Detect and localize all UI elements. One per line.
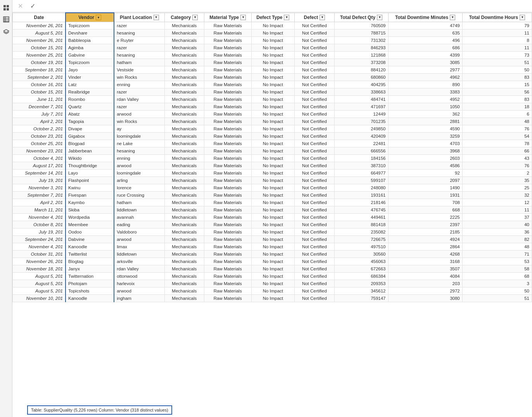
table-cell: No Impact xyxy=(251,29,295,37)
grid-icon[interactable] xyxy=(2,3,11,12)
svg-rect-3 xyxy=(7,8,9,10)
table-cell: 54 xyxy=(462,133,532,140)
table-cell: Twitternation xyxy=(66,273,114,280)
table-cell: No Impact xyxy=(251,206,295,214)
table-row: October 15, 201AgimbarazerMechanicalsRaw… xyxy=(13,44,532,52)
table-cell: April 2, 201 xyxy=(13,199,66,206)
table-cell: 40 xyxy=(462,221,532,228)
table-cell: 73 xyxy=(462,52,532,59)
table-cell: Mechanicals xyxy=(164,103,204,111)
table-cell: November 25, 201 xyxy=(13,52,66,59)
table-cell: Mechanicals xyxy=(164,295,204,302)
table-cell: 3383 xyxy=(388,88,462,96)
table-cell: liddletown xyxy=(114,251,164,258)
table-cell: October 15, 201 xyxy=(13,88,66,96)
table-cell: limax xyxy=(114,243,164,251)
table-cell: Babbleopia xyxy=(66,37,114,44)
table-cell: Not Certified xyxy=(295,236,334,243)
table-cell: 56 xyxy=(462,88,532,96)
layers-icon[interactable] xyxy=(2,26,11,36)
table-cell: razer xyxy=(114,22,164,29)
header-defect: Defect ▼ xyxy=(295,13,334,22)
table-cell: 3507 xyxy=(388,265,462,273)
defect-filter-arrow[interactable]: ▼ xyxy=(320,15,325,20)
table-cell: No Impact xyxy=(251,81,295,88)
table-cell: No Impact xyxy=(251,155,295,162)
table-icon[interactable] xyxy=(2,15,11,24)
qty-filter-arrow[interactable]: ▼ xyxy=(377,15,382,20)
table-cell: No Impact xyxy=(251,103,295,111)
table-cell: Topicshots xyxy=(66,287,114,295)
table-cell: 456063 xyxy=(334,258,388,265)
table-cell: 686384 xyxy=(334,273,388,280)
vendor-filter-arrow[interactable]: ▼ xyxy=(96,15,101,20)
table-cell: 83 xyxy=(462,96,532,103)
defect-type-filter-arrow[interactable]: ▼ xyxy=(284,15,289,20)
table-cell: 476745 xyxy=(334,206,388,214)
table-cell: Devshare xyxy=(66,29,114,37)
table-cell: Not Certified xyxy=(295,37,334,44)
table-cell: October 25, 201 xyxy=(13,140,66,147)
table-cell: Mechanicals xyxy=(164,162,204,170)
table-wrapper[interactable]: Date Vendor ▼ Plant Location xyxy=(12,12,532,404)
table-cell: ay xyxy=(114,125,164,133)
table-cell: 2977 xyxy=(388,66,462,74)
table-row: November 26, 201TopiczoomrazerMechanical… xyxy=(13,22,532,29)
location-filter-arrow[interactable]: ▼ xyxy=(154,15,159,20)
table-cell: Valdoboro xyxy=(114,228,164,236)
material-filter-arrow[interactable]: ▼ xyxy=(240,15,246,20)
table-cell: Not Certified xyxy=(295,44,334,52)
table-cell: 4084 xyxy=(388,273,462,280)
check-button[interactable]: ✓ xyxy=(28,2,37,11)
table-cell: 2185 xyxy=(388,228,462,236)
table-cell: 35 xyxy=(462,177,532,184)
header-date: Date xyxy=(13,13,66,22)
downtime-hr-filter-arrow[interactable]: ▼ xyxy=(520,15,525,20)
toolbar: ✕ ✓ xyxy=(12,0,532,12)
table-cell: 2 xyxy=(462,170,532,177)
table-row: November 3, 201KwinulorenceMechanicalsRa… xyxy=(13,184,532,192)
table-cell: 672663 xyxy=(334,265,388,273)
table-cell: Not Certified xyxy=(295,251,334,258)
table-cell: Raw Materials xyxy=(204,192,251,199)
header-vendor[interactable]: Vendor ▼ xyxy=(66,13,114,22)
table-cell: Raw Materials xyxy=(204,170,251,177)
table-cell: Not Certified xyxy=(295,177,334,184)
table-cell: No Impact xyxy=(251,228,295,236)
downtime-min-filter-arrow[interactable]: ▼ xyxy=(450,15,455,20)
table-cell: Not Certified xyxy=(295,59,334,66)
table-cell: 1931 xyxy=(388,192,462,199)
table-cell: e Ruyter xyxy=(114,37,164,44)
table-cell: No Impact xyxy=(251,88,295,96)
table-cell: 71 xyxy=(462,251,532,258)
table-row: April 2, 201KaymbohathamMechanicalsRaw M… xyxy=(13,199,532,206)
table-cell: No Impact xyxy=(251,258,295,265)
table-cell: 666556 xyxy=(334,147,388,155)
table-cell: November 4, 201 xyxy=(13,243,66,251)
table-cell: Not Certified xyxy=(295,214,334,221)
table-cell: 32 xyxy=(462,192,532,199)
table-cell: Mechanicals xyxy=(164,258,204,265)
table-cell: 25 xyxy=(462,184,532,192)
table-cell: October 4, 201 xyxy=(13,155,66,162)
table-cell: July 19, 201 xyxy=(13,228,66,236)
table-cell: Not Certified xyxy=(295,88,334,96)
table-cell: No Impact xyxy=(251,177,295,184)
category-filter-arrow[interactable]: ▼ xyxy=(192,15,198,20)
table-cell: Not Certified xyxy=(295,111,334,118)
table-row: November 25, 201GabvinehesaningMechanica… xyxy=(13,52,532,59)
table-cell: 664977 xyxy=(334,170,388,177)
table-cell: 4924 xyxy=(388,236,462,243)
table-cell: Tagopia xyxy=(66,118,114,125)
table-cell: 449461 xyxy=(334,214,388,221)
table-cell: Raw Materials xyxy=(204,295,251,302)
table-cell: Not Certified xyxy=(295,52,334,59)
close-button[interactable]: ✕ xyxy=(16,2,25,11)
table-cell: September 2, 201 xyxy=(13,74,66,81)
table-cell: Mechanicals xyxy=(164,22,204,29)
table-cell: Mechanicals xyxy=(164,147,204,155)
table-cell: No Impact xyxy=(251,59,295,66)
table-cell: No Impact xyxy=(251,96,295,103)
table-cell: 121868 xyxy=(334,52,388,59)
table-row: July 7, 201AbatzarwoodMechanicalsRaw Mat… xyxy=(13,111,532,118)
